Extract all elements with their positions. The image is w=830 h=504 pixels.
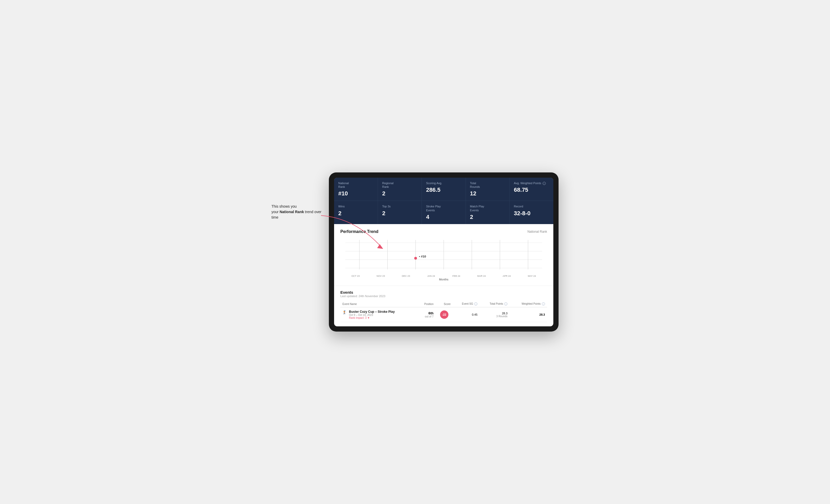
- info-icon-total-points: i: [504, 302, 507, 305]
- events-last-updated: Last updated: 24th November 2023: [340, 295, 547, 298]
- event-score: -22: [436, 307, 453, 322]
- stat-stroke-play-label: Stroke PlayEvents: [426, 204, 461, 212]
- stat-record: Record 32-8-0: [510, 201, 553, 224]
- stat-wins-label: Wins: [338, 204, 374, 208]
- stat-stroke-play: Stroke PlayEvents 4: [422, 201, 466, 224]
- stat-avg-weighted-points: Avg. Weighted Points i 68.75: [510, 178, 553, 201]
- col-weighted-points: Weighted Points i: [509, 301, 547, 307]
- tablet-screen: NationalRank #10 RegionalRank 2 Scoring …: [334, 178, 553, 327]
- total-points: 28.3 3 Rounds: [479, 307, 509, 322]
- perf-subtitle: National Rank: [528, 230, 547, 233]
- tablet-device: NationalRank #10 RegionalRank 2 Scoring …: [329, 172, 558, 332]
- info-icon-avg-weighted: i: [543, 182, 546, 185]
- stat-stroke-play-value: 4: [426, 214, 461, 221]
- stat-record-value: 32-8-0: [514, 210, 549, 217]
- position-sub: out of 7: [419, 315, 434, 318]
- x-label-nov23: NOV 23: [368, 275, 393, 277]
- event-name-cell: 🏌 Buster Cozy Cup – Stroke Play Oct 9 – …: [340, 307, 417, 322]
- performance-chart: • #10: [340, 237, 547, 274]
- x-label-jan24: JAN 24: [419, 275, 444, 277]
- stat-wins-value: 2: [338, 210, 374, 217]
- x-axis-title: Months: [340, 278, 547, 281]
- stat-national-rank: NationalRank #10: [334, 178, 378, 201]
- x-axis-labels: OCT 23 NOV 23 DEC 23 JAN 24 FEB 24 MAR 2…: [340, 275, 547, 277]
- stat-regional-rank-label: RegionalRank: [382, 181, 417, 189]
- event-position: 6th out of 7: [417, 307, 436, 322]
- stat-avg-weighted-label: Avg. Weighted Points i: [514, 181, 549, 185]
- chart-container: • #10: [340, 237, 547, 274]
- chart-data-label: • #10: [419, 254, 426, 258]
- rank-impact: Rank Impact: 3 ▼: [349, 316, 395, 319]
- x-label-oct23: OCT 23: [343, 275, 368, 277]
- weighted-points: 28.3: [509, 307, 547, 322]
- event-sg: 0.45: [453, 307, 479, 322]
- stat-scoring-avg-value: 286.5: [426, 187, 461, 193]
- outer-wrapper: This shows you your National Rank trend …: [272, 172, 558, 332]
- events-table: Event Name Position Score Event SG i: [340, 301, 547, 322]
- annotation-line1: This shows you: [272, 204, 296, 208]
- col-total-points: Total Points i: [479, 301, 509, 307]
- stat-total-rounds: TotalRounds 12: [466, 178, 509, 201]
- annotation-line2: your: [272, 210, 280, 214]
- stat-regional-rank: RegionalRank 2: [378, 178, 421, 201]
- event-name: Buster Cozy Cup – Stroke Play: [349, 310, 395, 313]
- score-badge: -22: [440, 310, 448, 319]
- info-icon-weighted-points: i: [542, 302, 545, 305]
- stat-scoring-avg-label: Scoring Avg.: [426, 181, 461, 185]
- stats-row-2: Wins 2 Top 3s 2 Stroke PlayEvents 4 Matc…: [334, 201, 553, 224]
- table-row: 🏌 Buster Cozy Cup – Stroke Play Oct 9 – …: [340, 307, 547, 322]
- perf-header: Performance Trend National Rank: [340, 229, 547, 234]
- event-date: Oct 9 – Oct 10, 2023: [349, 313, 395, 316]
- rank-direction-icon: ▼: [367, 316, 370, 319]
- col-event-sg: Event SG i: [453, 301, 479, 307]
- stat-top3s-label: Top 3s: [382, 204, 417, 208]
- stat-scoring-avg: Scoring Avg. 286.5: [422, 178, 466, 201]
- annotation: This shows you your National Rank trend …: [272, 204, 324, 220]
- stat-national-rank-label: NationalRank: [338, 181, 374, 189]
- x-label-may24: MAY 24: [519, 275, 545, 277]
- position-main: 6th: [419, 311, 434, 315]
- events-title: Events: [340, 290, 547, 295]
- stat-total-rounds-value: 12: [470, 190, 505, 197]
- stat-match-play: Match PlayEvents 2: [466, 201, 509, 224]
- stat-top3s-value: 2: [382, 210, 417, 217]
- stat-record-label: Record: [514, 204, 549, 208]
- events-section: Events Last updated: 24th November 2023 …: [334, 286, 553, 326]
- x-label-feb24: FEB 24: [444, 275, 469, 277]
- stat-wins: Wins 2: [334, 201, 378, 224]
- events-table-body: 🏌 Buster Cozy Cup – Stroke Play Oct 9 – …: [340, 307, 547, 322]
- col-event-name: Event Name: [340, 301, 417, 307]
- annotation-bold: National Rank: [280, 210, 304, 214]
- stat-national-rank-value: #10: [338, 190, 374, 197]
- stat-regional-rank-value: 2: [382, 190, 417, 197]
- chart-data-point: [414, 257, 417, 260]
- col-score: Score: [436, 301, 453, 307]
- x-label-mar24: MAR 24: [469, 275, 494, 277]
- stat-match-play-value: 2: [470, 214, 505, 221]
- events-table-header: Event Name Position Score Event SG i: [340, 301, 547, 307]
- col-position: Position: [417, 301, 436, 307]
- info-icon-event-sg: i: [474, 302, 477, 305]
- total-points-value: 28.3: [482, 312, 507, 315]
- x-label-dec23: DEC 23: [393, 275, 419, 277]
- stat-total-rounds-label: TotalRounds: [470, 181, 505, 189]
- x-label-apr24: APR 24: [494, 275, 519, 277]
- total-points-rounds: 3 Rounds: [482, 315, 507, 318]
- perf-title: Performance Trend: [340, 229, 379, 234]
- stat-top3s: Top 3s 2: [378, 201, 421, 224]
- performance-section: Performance Trend National Rank: [334, 224, 553, 286]
- stats-row-1: NationalRank #10 RegionalRank 2 Scoring …: [334, 178, 553, 201]
- stat-avg-weighted-value: 68.75: [514, 187, 549, 193]
- stat-match-play-label: Match PlayEvents: [470, 204, 505, 212]
- event-golf-icon: 🏌: [343, 310, 347, 314]
